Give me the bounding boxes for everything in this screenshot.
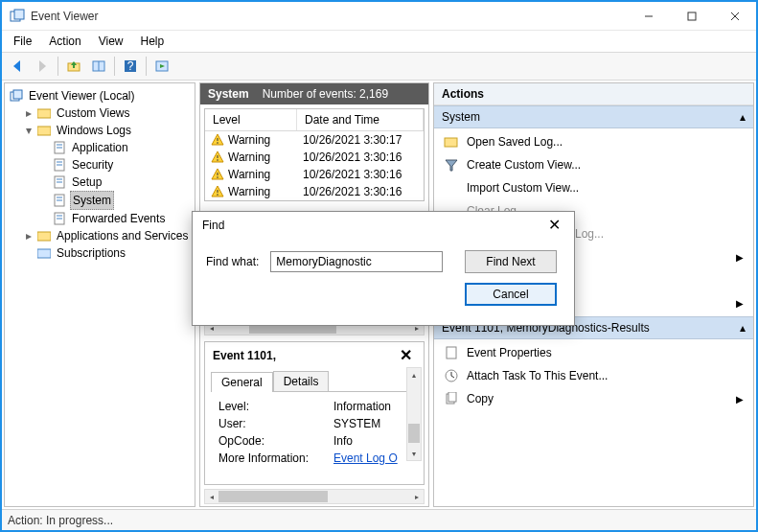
expand-icon[interactable]: ▸ (24, 104, 34, 122)
find-dialog: Find ✕ Find what: Find Next Cancel (192, 211, 575, 326)
table-row[interactable]: Warning 10/26/2021 3:30:16 (205, 166, 424, 183)
event-viewer-icon (9, 88, 24, 104)
minimize-button[interactable] (627, 3, 670, 30)
cancel-button[interactable]: Cancel (465, 283, 557, 306)
filter-icon (444, 157, 459, 173)
tree-log-security[interactable]: Security (39, 156, 193, 173)
action-open-saved-log[interactable]: Open Saved Log... (434, 130, 753, 153)
tree-log-system[interactable]: System (39, 191, 193, 210)
svg-point-36 (217, 159, 218, 161)
maximize-button[interactable] (670, 3, 713, 30)
find-what-label: Find what: (206, 255, 259, 268)
tree-root[interactable]: Event Viewer (Local) (9, 87, 193, 104)
column-datetime[interactable]: Date and Time (297, 109, 424, 130)
detail-user-label: User: (218, 415, 333, 432)
up-folder-button[interactable] (62, 55, 85, 78)
app-icon (10, 9, 25, 24)
folder-icon (36, 105, 52, 121)
actions-title: Actions (434, 83, 753, 105)
svg-rect-41 (445, 138, 457, 147)
detail-level-label: Level: (218, 398, 333, 415)
table-row[interactable]: Warning 10/26/2021 3:30:17 (205, 131, 424, 149)
collapse-icon[interactable]: ▾ (24, 122, 34, 139)
preview-button[interactable] (150, 55, 173, 78)
tab-general[interactable]: General (211, 372, 273, 392)
tab-details[interactable]: Details (273, 371, 330, 391)
tree-apps-services[interactable]: ▸Applications and Services (24, 227, 193, 244)
action-attach-task-event[interactable]: Attach Task To This Event... (434, 364, 753, 387)
svg-rect-3 (688, 12, 696, 20)
panel-toggle-button[interactable] (87, 55, 110, 78)
svg-rect-49 (448, 392, 456, 402)
tree-log-forwarded[interactable]: Forwarded Events (39, 210, 193, 227)
warning-icon (211, 168, 224, 181)
table-row[interactable]: Warning 10/26/2021 3:30:16 (205, 183, 424, 200)
detail-opcode-value: Info (333, 432, 353, 450)
tree-custom-views[interactable]: ▸Custom Views (24, 104, 193, 122)
find-what-input[interactable] (270, 251, 443, 272)
warning-icon (211, 133, 224, 147)
back-button[interactable] (6, 55, 29, 78)
svg-rect-14 (37, 109, 51, 118)
folder-icon (36, 228, 52, 243)
log-icon (52, 211, 67, 226)
copy-icon (444, 391, 459, 406)
svg-rect-1 (14, 10, 24, 19)
dialog-close-button[interactable]: ✕ (544, 218, 564, 233)
expand-icon[interactable]: ▸ (24, 227, 34, 244)
task-icon (444, 368, 459, 383)
detail-more-link[interactable]: Event Log O (333, 450, 398, 467)
folder-icon (36, 123, 52, 138)
close-button[interactable] (713, 3, 756, 30)
tree-log-application[interactable]: Application (39, 139, 193, 156)
mid-header-count-label: Number of events: (263, 87, 356, 101)
horizontal-scrollbar[interactable]: ◂▸ (204, 489, 425, 504)
warning-icon (211, 185, 224, 198)
detail-opcode-label: OpCode: (218, 432, 333, 450)
tree-windows-logs[interactable]: ▾Windows Logs (24, 122, 193, 139)
subscriptions-icon (36, 245, 52, 261)
collapse-icon[interactable]: ▴ (740, 110, 746, 124)
tree-subscriptions[interactable]: Subscriptions (24, 244, 193, 262)
svg-rect-32 (37, 249, 51, 258)
column-level[interactable]: Level (205, 109, 297, 130)
detail-close-button[interactable]: ✕ (396, 348, 416, 363)
menu-file[interactable]: File (6, 33, 39, 50)
chevron-right-icon: ▶ (736, 252, 744, 263)
action-copy[interactable]: Copy▶ (434, 387, 753, 410)
help-button[interactable]: ? (119, 55, 142, 78)
log-icon (52, 140, 67, 155)
warning-icon (211, 150, 224, 164)
log-icon (52, 193, 67, 208)
menu-help[interactable]: Help (133, 33, 172, 50)
mid-header-count: 2,169 (359, 87, 388, 101)
action-create-custom-view[interactable]: Create Custom View... (434, 153, 753, 176)
detail-more-label: More Information: (218, 450, 333, 467)
chevron-right-icon: ▶ (736, 298, 744, 309)
status-value: In progress... (46, 514, 113, 527)
svg-rect-13 (13, 90, 22, 99)
find-next-button[interactable]: Find Next (465, 250, 557, 273)
open-log-icon (444, 134, 459, 150)
vertical-scrollbar[interactable]: ▴▾ (406, 367, 422, 461)
svg-text:?: ? (127, 59, 134, 73)
actions-section-system: System (442, 110, 480, 124)
events-list: Warning 10/26/2021 3:30:17 Warning 10/26… (205, 131, 424, 200)
log-icon (52, 174, 67, 190)
action-event-properties[interactable]: Event Properties (434, 341, 753, 364)
collapse-icon[interactable]: ▴ (740, 321, 746, 335)
log-icon (52, 157, 67, 173)
status-label: Action: (8, 514, 43, 527)
svg-rect-44 (447, 347, 456, 359)
action-import-custom-view[interactable]: Import Custom View... (434, 176, 753, 199)
properties-icon (444, 345, 459, 360)
detail-title: Event 1101, (213, 349, 276, 362)
svg-point-38 (217, 176, 218, 178)
menu-action[interactable]: Action (41, 33, 88, 50)
svg-point-34 (217, 142, 218, 144)
tree-log-setup[interactable]: Setup (39, 173, 193, 191)
table-row[interactable]: Warning 10/26/2021 3:30:16 (205, 149, 424, 166)
chevron-right-icon: ▶ (736, 394, 744, 405)
forward-button[interactable] (31, 55, 54, 78)
menu-view[interactable]: View (91, 33, 131, 50)
